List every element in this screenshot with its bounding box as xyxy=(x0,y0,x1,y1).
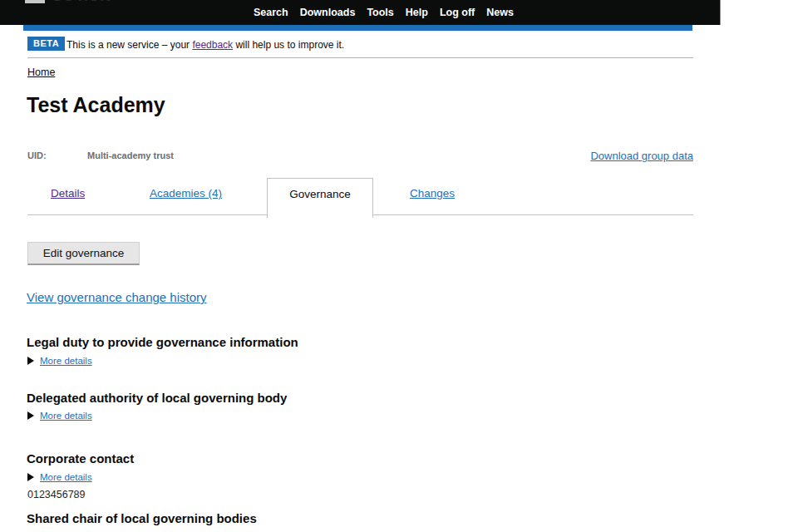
tab-changes[interactable]: Changes xyxy=(410,187,455,200)
site-header: GOV.UK Search Downloads Tools Help Log o… xyxy=(0,0,721,25)
tab-academies[interactable]: Academies (4) xyxy=(150,187,222,200)
tab-governance-label: Governance xyxy=(289,188,351,200)
expand-triangle-icon xyxy=(27,357,34,365)
uid-label: UID: xyxy=(27,150,47,160)
header-accent-bar xyxy=(23,25,692,31)
more-details-corporate-contact[interactable]: More details xyxy=(27,472,92,482)
phase-banner-text: This is a new service – your feedback wi… xyxy=(66,39,344,51)
section-heading-corporate-contact: Corporate contact xyxy=(27,451,134,466)
phase-banner-text-after: will help us to improve it. xyxy=(233,39,344,51)
download-group-data-link[interactable]: Download group data xyxy=(590,150,693,162)
more-details-link[interactable]: More details xyxy=(40,356,92,366)
more-details-link[interactable]: More details xyxy=(40,472,92,482)
govuk-crown-logo-icon xyxy=(25,0,45,3)
section-heading-shared-chair: Shared chair of local governing bodies xyxy=(27,511,257,525)
govuk-logo-text: GOV.UK xyxy=(52,0,111,3)
more-details-delegated-authority[interactable]: More details xyxy=(27,411,92,421)
edit-governance-button[interactable]: Edit governance xyxy=(27,242,140,265)
banner-divider xyxy=(27,57,693,58)
phase-banner-text-before: This is a new service – your xyxy=(66,39,192,51)
nav-item-downloads[interactable]: Downloads xyxy=(300,7,356,18)
corporate-contact-value: 0123456789 xyxy=(27,489,86,500)
nav-item-news[interactable]: News xyxy=(486,7,514,18)
breadcrumb-home-link[interactable]: Home xyxy=(27,66,55,78)
more-details-link[interactable]: More details xyxy=(40,411,92,421)
group-type-value: Multi-academy trust xyxy=(87,150,174,160)
nav-item-help[interactable]: Help xyxy=(406,7,428,18)
top-navigation: Search Downloads Tools Help Log off News xyxy=(254,0,514,25)
nav-item-tools[interactable]: Tools xyxy=(367,7,393,18)
beta-badge: BETA xyxy=(27,37,65,51)
expand-triangle-icon xyxy=(27,473,34,481)
more-details-legal-duty[interactable]: More details xyxy=(27,356,92,366)
section-heading-delegated-authority: Delegated authority of local governing b… xyxy=(27,391,287,405)
section-heading-legal-duty: Legal duty to provide governance informa… xyxy=(27,335,298,349)
nav-item-search[interactable]: Search xyxy=(254,7,288,18)
tab-governance-active[interactable]: Governance xyxy=(267,178,373,218)
page-title: Test Academy xyxy=(27,93,165,117)
tab-details[interactable]: Details xyxy=(51,187,85,200)
nav-item-logoff[interactable]: Log off xyxy=(440,7,475,18)
feedback-link[interactable]: feedback xyxy=(192,39,233,51)
page: GOV.UK Search Downloads Tools Help Log o… xyxy=(0,0,798,532)
expand-triangle-icon xyxy=(27,411,34,420)
view-governance-change-history-link[interactable]: View governance change history xyxy=(27,290,207,304)
